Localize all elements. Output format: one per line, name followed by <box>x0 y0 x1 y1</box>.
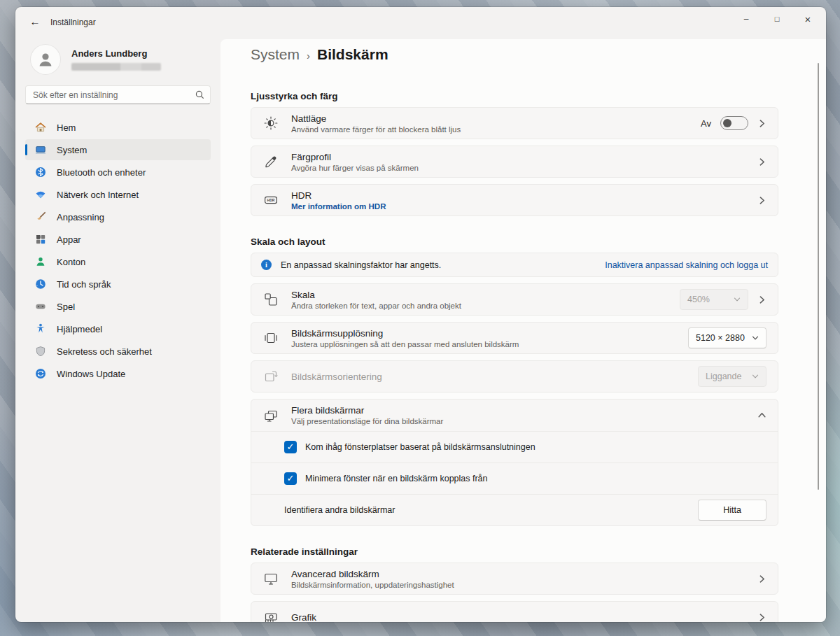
hdr-icon: HDR <box>262 192 279 208</box>
row-title: HDR <box>291 190 386 201</box>
row-title: Nattläge <box>291 113 461 124</box>
accounts-icon <box>34 256 46 268</box>
color-profile-icon <box>262 154 279 169</box>
orientation-value: Liggande <box>706 372 741 381</box>
row-title: Skala <box>291 290 461 300</box>
sidebar-item-label: System <box>57 145 87 155</box>
sidebar-item-sekretess[interactable]: Sekretess och säkerhet <box>25 341 211 362</box>
toggle-state-label: Av <box>701 118 711 129</box>
time-language-icon <box>34 278 46 290</box>
chevron-right-icon[interactable] <box>757 574 766 584</box>
row-title: Bildskärmsupplösning <box>291 328 519 339</box>
user-name: Anders Lundberg <box>71 48 161 59</box>
breadcrumb-separator: › <box>307 50 310 62</box>
sidebar-item-hem[interactable]: Hem <box>25 117 211 138</box>
graphics-icon <box>262 609 279 622</box>
maximize-button[interactable]: □ <box>762 7 792 31</box>
chevron-down-icon <box>734 296 741 303</box>
row-subtitle: Justera upplösningen så att den passar m… <box>291 340 519 348</box>
sidebar-item-label: Konton <box>57 257 85 267</box>
chevron-right-icon[interactable] <box>757 196 766 205</box>
sidebar-item-anpassning[interactable]: Anpassning <box>25 206 211 227</box>
row-title: Flera bildskärmar <box>291 405 443 416</box>
window-title: Inställningar <box>50 17 96 27</box>
chevron-down-icon <box>752 373 759 380</box>
sidebar-item-system[interactable]: System <box>25 139 211 160</box>
chevron-right-icon[interactable] <box>757 295 766 304</box>
sidebar-item-label: Windows Update <box>57 369 125 379</box>
sidebar-item-label: Hjälpmedel <box>57 324 102 334</box>
titlebar: ← Inställningar – □ × <box>15 7 826 39</box>
identify-label: Identifiera andra bildskärmar <box>284 505 395 515</box>
breadcrumb-system[interactable]: System <box>251 46 300 63</box>
search-input[interactable] <box>33 90 195 100</box>
user-profile[interactable]: Anders Lundberg <box>31 45 211 74</box>
orientation-select: Liggande <box>698 366 766 387</box>
hdr-info-link[interactable]: Mer information om HDR <box>291 202 386 211</box>
section-related-settings: Relaterade inställningar <box>251 546 778 557</box>
resolution-select[interactable]: 5120 × 2880 <box>688 327 766 348</box>
checkbox-checked[interactable]: ✓ <box>284 472 297 485</box>
custom-scaling-infobar: i En anpassad skalningsfaktor har angett… <box>251 253 778 277</box>
row-subtitle: Avgöra hur färger visas på skärmen <box>291 164 419 172</box>
row-hdr[interactable]: HDR HDR Mer information om HDR <box>251 184 778 216</box>
sidebar: Anders Lundberg Hem <box>15 39 220 622</box>
desktop-wallpaper: ← Inställningar – □ × Anders Lundberg <box>0 0 840 636</box>
home-icon <box>34 122 46 134</box>
sidebar-item-tid-sprak[interactable]: Tid och språk <box>25 274 211 295</box>
person-icon <box>36 50 55 69</box>
advanced-display-icon <box>262 571 279 586</box>
breadcrumb: System › Bildskärm <box>251 46 778 63</box>
sidebar-item-label: Hem <box>57 122 76 133</box>
row-graphics[interactable]: Grafik <box>251 601 778 622</box>
row-scale[interactable]: Skala Ändra storleken för text, appar oc… <box>251 283 778 316</box>
chevron-right-icon[interactable] <box>757 119 766 128</box>
row-advanced-display[interactable]: Avancerad bildskärm Bildskärmsinformatio… <box>251 563 778 595</box>
close-button[interactable]: × <box>792 7 823 31</box>
resolution-icon <box>262 330 279 346</box>
minimize-button[interactable]: – <box>731 7 762 31</box>
chevron-up-icon[interactable] <box>757 411 766 420</box>
sidebar-item-hjalpmedel[interactable]: Hjälpmedel <box>25 318 211 339</box>
disable-custom-scaling-link[interactable]: Inaktivera anpassad skalning och logga u… <box>605 260 768 270</box>
option-minimize-windows[interactable]: ✓ Minimera fönster när en bildskärm kopp… <box>251 462 778 494</box>
sidebar-item-label: Nätverk och Internet <box>57 190 139 200</box>
checkbox-checked[interactable]: ✓ <box>284 441 297 453</box>
sidebar-item-spel[interactable]: Spel <box>25 296 211 317</box>
chevron-right-icon[interactable] <box>757 613 766 622</box>
row-identify-displays: Identifiera andra bildskärmar Hitta <box>251 494 778 525</box>
personalization-icon <box>34 211 46 223</box>
scale-icon <box>262 292 279 307</box>
option-remember-window-locations[interactable]: ✓ Kom ihåg fönsterplatser baserat på bil… <box>251 431 778 462</box>
row-color-profile[interactable]: Färgprofil Avgöra hur färger visas på sk… <box>251 146 778 178</box>
row-subtitle: Bildskärmsinformation, uppdateringshasti… <box>291 581 454 589</box>
night-light-toggle[interactable] <box>720 116 748 130</box>
back-button[interactable]: ← <box>27 15 43 31</box>
sidebar-item-natverk[interactable]: Nätverk och Internet <box>25 184 211 205</box>
night-light-icon <box>262 115 279 131</box>
avatar <box>31 45 60 74</box>
row-multiple-displays[interactable]: Flera bildskärmar Välj presentationsläge… <box>251 400 778 431</box>
scale-value: 450% <box>687 295 710 304</box>
user-email-redacted <box>71 63 161 71</box>
sidebar-item-konton[interactable]: Konton <box>25 251 211 272</box>
identify-button[interactable]: Hitta <box>698 500 766 521</box>
sidebar-item-appar[interactable]: Appar <box>25 229 211 250</box>
sidebar-item-windows-update[interactable]: Windows Update <box>25 363 211 384</box>
network-icon <box>34 189 46 201</box>
scrollbar[interactable] <box>818 63 819 490</box>
windows-update-icon <box>34 368 46 380</box>
sidebar-item-label: Appar <box>57 234 81 245</box>
multiple-displays-icon <box>262 408 279 423</box>
row-orientation: Bildskärmsorientering Liggande <box>251 360 778 393</box>
sidebar-item-bluetooth[interactable]: Bluetooth och enheter <box>25 162 211 183</box>
chevron-right-icon[interactable] <box>757 157 766 167</box>
row-night-light[interactable]: Nattläge Använd varmare färger för att b… <box>251 107 778 139</box>
apps-icon <box>34 234 46 246</box>
row-resolution[interactable]: Bildskärmsupplösning Justera upplösninge… <box>251 322 778 354</box>
sidebar-item-label: Tid och språk <box>57 279 111 290</box>
row-title: Grafik <box>291 612 316 623</box>
search-box[interactable] <box>25 85 211 104</box>
chevron-down-icon <box>752 334 759 341</box>
system-icon <box>34 144 46 156</box>
